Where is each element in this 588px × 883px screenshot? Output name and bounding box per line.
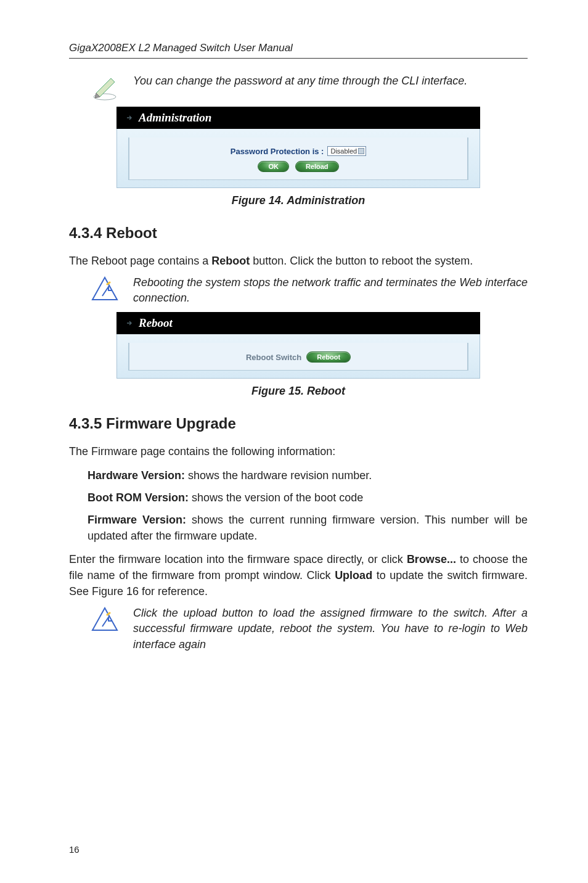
heading-firmware-upgrade: 4.3.5 Firmware Upgrade (69, 415, 528, 432)
page-header: GigaX2008EX L2 Managed Switch User Manua… (69, 42, 528, 59)
reboot-button[interactable]: Reboot (306, 351, 351, 363)
heading-reboot: 4.3.4 Reboot (69, 224, 528, 242)
reboot-bold: Reboot (211, 255, 250, 267)
password-protection-label: Password Protection is : (231, 147, 324, 156)
browse-bold: Browse... (407, 553, 456, 565)
password-protection-select[interactable]: Disabled (327, 146, 366, 156)
bootrom-version-text: shows the version of the boot code (189, 491, 363, 504)
figure-titlebar: Reboot (116, 312, 480, 334)
figure-title: Reboot (139, 316, 173, 330)
text: Enter the firmware location into the fir… (69, 553, 407, 565)
page-number: 16 (69, 844, 80, 855)
firmware-version-label: Firmware Version: (88, 514, 186, 526)
figure-reboot: Reboot Reboot Switch Reboot (69, 312, 528, 379)
note-upload-warning: Click the upload button to load the assi… (88, 606, 528, 652)
note-reboot-warning: Rebooting the system stops the network t… (88, 275, 528, 306)
hardware-version-label: Hardware Version: (88, 469, 185, 482)
alert-icon (88, 606, 122, 633)
firmware-browse-paragraph: Enter the firmware location into the fir… (69, 551, 528, 599)
figure-titlebar: Administration (116, 107, 480, 129)
text: The Reboot page contains a (69, 255, 211, 267)
note-cli-password: You can change the password at any time … (88, 73, 528, 101)
arrow-icon (125, 113, 134, 122)
reboot-paragraph: The Reboot page contains a Reboot button… (69, 253, 528, 269)
note-text: Click the upload button to load the assi… (133, 606, 528, 652)
hardware-version-text: shows the hardware revision number. (185, 469, 372, 482)
ok-button[interactable]: OK (258, 161, 289, 172)
firmware-intro: The Firmware page contains the following… (69, 443, 528, 459)
note-text: You can change the password at any time … (133, 73, 528, 89)
upload-bold: Upload (335, 569, 372, 581)
figure14-caption: Figure 14. Administration (69, 194, 528, 207)
alert-icon (88, 275, 122, 302)
bootrom-version-label: Boot ROM Version: (88, 491, 189, 504)
pencil-note-icon (88, 73, 122, 101)
firmware-details: Hardware Version: shows the hardware rev… (88, 467, 528, 544)
figure15-caption: Figure 15. Reboot (69, 385, 528, 398)
note-text: Rebooting the system stops the network t… (133, 275, 528, 306)
figure-administration: Administration Password Protection is : … (69, 107, 528, 188)
arrow-icon (125, 319, 134, 327)
figure-title: Administration (139, 111, 211, 125)
text: button. Click the button to reboot the s… (250, 255, 473, 267)
reload-button[interactable]: Reload (295, 161, 339, 172)
reboot-switch-label: Reboot Switch (246, 353, 301, 362)
